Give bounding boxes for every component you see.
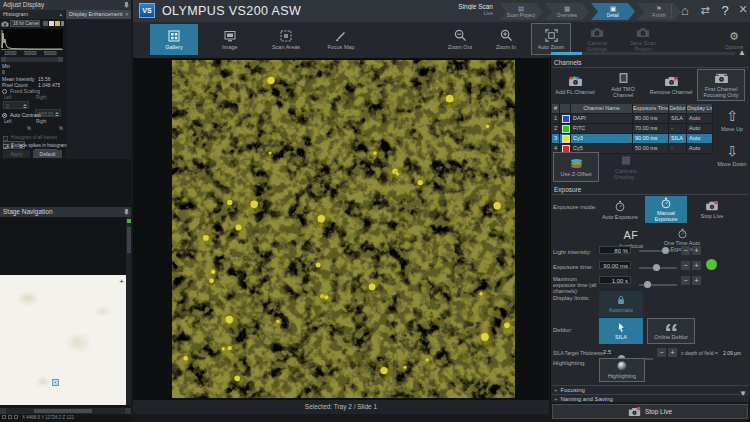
stage-position-marker[interactable]	[52, 379, 59, 386]
light-intensity-value[interactable]: 80 %	[599, 246, 631, 254]
move-up-button[interactable]: ⇧ Move Up	[715, 104, 749, 136]
add-fl-channel-button[interactable]: Add FL Channel	[553, 70, 597, 100]
help-button[interactable]: ?	[717, 2, 733, 19]
exposure-time-value[interactable]: 90.00 ms	[599, 261, 631, 269]
slide-overview-image[interactable]: +	[0, 275, 126, 405]
col-header-name[interactable]: Channel Name	[571, 104, 633, 114]
all-frames-checkbox[interactable]	[3, 136, 8, 141]
display-enhancement-header[interactable]: Display Enhancement ▾	[66, 10, 131, 19]
workflow-step-overview[interactable]: ▦ Overview	[545, 3, 589, 20]
channel-index[interactable]: 1	[552, 114, 560, 124]
stage-navigation-body[interactable]: +	[0, 217, 126, 405]
pin-icon[interactable]	[124, 209, 129, 215]
use-z-offset-button[interactable]: Use Z-Offset	[553, 152, 599, 182]
workflow-step-detail[interactable]: ▣ Detail	[591, 3, 635, 20]
gallery-view-button[interactable]: Gallery	[150, 24, 198, 55]
exclude-spikes-checkbox[interactable]: ✓	[3, 144, 8, 149]
status-tool-icon[interactable]	[14, 415, 18, 419]
channel-color-swatch[interactable]	[562, 125, 570, 133]
fixed-left-spinner[interactable]: 0	[3, 101, 29, 109]
light-intensity-slider[interactable]	[639, 250, 677, 252]
col-header-exposure[interactable]: Exposure Time	[633, 104, 669, 114]
max-exposure-plus-button[interactable]: +	[692, 276, 701, 285]
camera-select[interactable]: 16 bit Camera ▾	[10, 20, 40, 27]
channels-section-header[interactable]: Channels	[552, 58, 748, 68]
scroll-down-button[interactable]: ▼	[739, 389, 747, 398]
exposure-time-minus-button[interactable]: −	[681, 261, 690, 270]
channel-deblur[interactable]: SILA	[669, 134, 687, 144]
first-channel-focusing-button[interactable]: First Channel Focusing Only	[697, 69, 745, 101]
switch-view-button[interactable]: ⇄	[697, 2, 713, 19]
remove-channel-button[interactable]: Remove Channel	[649, 70, 693, 100]
channel-deblur[interactable]: SILA	[669, 114, 687, 124]
spinner-arrows-icon[interactable]	[55, 111, 59, 117]
move-down-button[interactable]: ⇩ Move Down	[715, 139, 749, 171]
default-button[interactable]: Default	[33, 150, 62, 158]
sila-thickness-plus-button[interactable]: +	[668, 348, 677, 357]
col-header-color[interactable]	[560, 104, 571, 114]
workflow-step-scan-project[interactable]: ▤ Scan Project	[499, 3, 543, 20]
online-deblur-button[interactable]: Online Deblur	[647, 318, 695, 344]
pin-icon[interactable]	[124, 2, 129, 8]
stage-vertical-scrollbar[interactable]	[126, 217, 131, 405]
max-exposure-value[interactable]: 1.00 s	[599, 276, 631, 284]
channel-exposure[interactable]: 90.00 ms	[633, 134, 669, 144]
side-panel-scroll-track[interactable]	[551, 52, 735, 55]
channel-display-limits[interactable]: Auto	[687, 124, 713, 134]
naming-saving-section-toggle[interactable]: +Naming and Saving	[552, 394, 748, 403]
fixed-scaling-radio[interactable]	[2, 89, 7, 94]
channel-deblur[interactable]: -	[669, 124, 687, 134]
add-tmo-channel-button[interactable]: Add TMO Channel	[601, 70, 645, 100]
save-scan-project-button[interactable]: Save Scan Project	[621, 24, 665, 55]
channel-color-swatch[interactable]	[562, 135, 570, 143]
workflow-step-finish[interactable]: ⚑ Finish	[637, 3, 681, 20]
channel-display-limits[interactable]: Auto	[687, 144, 713, 154]
channel-color-swatch[interactable]	[562, 115, 570, 123]
yellow-display-icon[interactable]	[55, 21, 60, 26]
channel-name[interactable]: DAPI	[571, 114, 633, 124]
slider-thumb[interactable]	[653, 264, 660, 271]
channel-exposure[interactable]: 80.00 ms	[633, 114, 669, 124]
col-header-deblur[interactable]: Deblur	[669, 104, 687, 114]
stage-navigation-titlebar[interactable]: Stage Navigation	[0, 207, 131, 217]
scroll-right-arrow-icon[interactable]	[58, 57, 63, 62]
slider-thumb[interactable]	[644, 281, 651, 288]
max-exposure-slider[interactable]	[639, 284, 677, 286]
close-button[interactable]: ×	[735, 1, 750, 18]
light-intensity-minus-button[interactable]: −	[681, 246, 690, 255]
zoom-out-button[interactable]: Zoom Out	[438, 24, 482, 55]
sila-deblur-button[interactable]: SILA	[599, 318, 643, 344]
image-view-button[interactable]: Image	[209, 24, 251, 55]
side-panel-scroll-thumb[interactable]	[551, 52, 582, 55]
channel-display-limits[interactable]: Auto	[687, 114, 713, 124]
slider-thumb[interactable]	[662, 247, 669, 254]
manual-exposure-button[interactable]: Manual Exposure	[645, 196, 687, 223]
stop-live-button[interactable]: Stop Live	[552, 404, 748, 419]
status-tool-icon[interactable]	[2, 415, 6, 419]
scan-areas-button[interactable]: Scan Areas	[263, 24, 309, 55]
channel-index[interactable]: 2	[552, 124, 560, 134]
exposure-section-header[interactable]: Exposure	[552, 185, 748, 195]
focusing-section-toggle[interactable]: +Focusing	[552, 385, 748, 394]
gray-display-icon[interactable]	[61, 21, 64, 26]
channel-deblur[interactable]: -	[669, 144, 687, 154]
channel-name[interactable]: FITC	[571, 124, 633, 134]
spinner-arrows-icon[interactable]	[23, 103, 27, 109]
live-fluorescence-image[interactable]	[172, 60, 515, 398]
white-display-icon[interactable]	[49, 21, 54, 26]
exposure-time-slider[interactable]	[639, 267, 677, 269]
scroll-left-arrow-icon[interactable]	[1, 57, 6, 62]
apply-button[interactable]: Apply	[3, 150, 30, 158]
stop-live-mode-button[interactable]: Stop Live	[691, 196, 733, 223]
scrollbar-thumb[interactable]	[34, 409, 92, 413]
channel-index[interactable]: 3	[552, 134, 560, 144]
scroll-up-button[interactable]: ▲	[738, 48, 746, 57]
max-exposure-minus-button[interactable]: −	[681, 276, 690, 285]
scrollbar-thumb[interactable]	[127, 227, 131, 253]
camera-settings-button[interactable]: Camera Settings	[577, 24, 617, 55]
histogram-range-scrollbar[interactable]	[1, 57, 63, 62]
channel-color-cell[interactable]	[560, 114, 571, 124]
home-button[interactable]: ⌂	[677, 2, 693, 19]
highlighting-button[interactable]: Highlighting	[599, 358, 645, 382]
channel-color-cell[interactable]	[560, 134, 571, 144]
